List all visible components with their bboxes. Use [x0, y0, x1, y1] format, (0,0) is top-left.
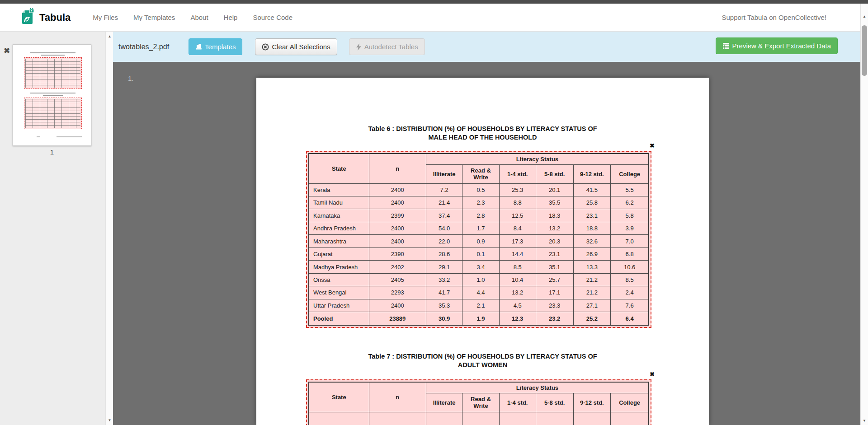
toolbar: twotables_2.pdf Templates Clear All Sele… [113, 32, 860, 62]
pdf-filename: twotables_2.pdf [118, 43, 169, 51]
value-cell: 7.6 [611, 299, 649, 312]
col-header: 9-12 std. [573, 393, 611, 412]
brand-link[interactable]: Tabula [20, 8, 71, 27]
navbar: Tabula My Files My Templates About Help … [0, 4, 868, 32]
value-cell: 12.3 [499, 312, 536, 325]
sidebar-scroll-up-icon[interactable]: ▲ [106, 34, 113, 38]
value-cell: 0.9 [462, 235, 499, 248]
selection-table6[interactable]: ✖ StatenLiteracy StatusIlliterateRead & … [306, 151, 651, 328]
preview-export-button[interactable]: Preview & Export Extracted Data [716, 37, 838, 54]
pdf-page[interactable]: Table 6 : DISTRIBUTION (%) OF HOUSEHOLDS… [256, 78, 709, 425]
table-list-icon [722, 42, 730, 50]
value-cell: 28.6 [426, 248, 462, 260]
pdf-table-7: StatenLiteracy StatusIlliterateRead & Wr… [308, 382, 649, 425]
value-cell: 20.1 [499, 412, 536, 425]
state-cell: Kerala [309, 412, 369, 425]
nav-item-about[interactable]: About [183, 9, 216, 26]
value-cell: 21.2 [573, 273, 611, 286]
value-cell: 6.2 [611, 196, 649, 209]
value-cell: 2.1 [462, 299, 499, 312]
value-cell: 23.1 [573, 209, 611, 222]
support-link[interactable]: Support Tabula on OpenCollective! [722, 14, 826, 21]
value-cell: 8.5 [611, 273, 649, 286]
col-header: 5-8 std. [536, 164, 573, 183]
nav-item-my-templates[interactable]: My Templates [126, 9, 183, 26]
state-cell: Madhya Pradesh [309, 261, 369, 273]
value-cell: 2399 [369, 209, 426, 222]
col-header-literacy-status: Literacy Status [426, 154, 649, 164]
tabula-logo-icon [20, 8, 35, 27]
selection-close-icon[interactable]: ✖ [650, 142, 655, 149]
value-cell: 32.6 [573, 235, 611, 248]
value-cell: 8.8 [499, 196, 536, 209]
table7-title-line2: ADULT WOMEN [256, 361, 709, 369]
page-thumbnail[interactable] [13, 44, 91, 146]
col-header: 9-12 std. [573, 164, 611, 183]
clear-all-selections-label: Clear All Selections [272, 43, 330, 51]
value-cell: 23.2 [536, 312, 573, 325]
sidebar-scroll-down-icon[interactable]: ▼ [106, 418, 113, 422]
value-cell: 2.3 [462, 196, 499, 209]
col-header-n: n [369, 382, 426, 412]
table6-title-line1: Table 6 : DISTRIBUTION (%) OF HOUSEHOLDS… [256, 125, 709, 133]
value-cell: 2.8 [462, 209, 499, 222]
window-top-strip [0, 0, 868, 4]
selection-table7[interactable]: ✖ StatenLiteracy StatusIlliterateRead & … [306, 379, 651, 425]
table-row: West Bengal229341.74.413.217.121.22.4 [309, 286, 649, 299]
window-scrollbar[interactable]: ▲ ▼ [860, 4, 868, 425]
value-cell: 23.1 [536, 248, 573, 260]
brand-title: Tabula [39, 12, 71, 23]
col-header-state: State [309, 382, 369, 412]
viewer-page-label: 1. [128, 75, 134, 82]
value-cell: 35.5 [536, 196, 573, 209]
templates-button[interactable]: Templates [189, 38, 242, 55]
table-row: Kerala24007.20.525.320.141.55.5 [309, 183, 649, 196]
nav-item-source-code[interactable]: Source Code [245, 9, 300, 26]
pdf-table-6: StatenLiteracy StatusIlliterateRead & Wr… [308, 153, 649, 326]
state-cell: Uttar Pradesh [309, 299, 369, 312]
value-cell: 30.9 [426, 312, 462, 325]
col-header: 1-4 std. [499, 164, 536, 183]
thumb-mini-table [25, 59, 80, 88]
value-cell: 10.6 [611, 261, 649, 273]
remove-page-button[interactable]: ✖ [4, 46, 10, 56]
table-row: Orissa240533.21.010.425.721.28.5 [309, 273, 649, 286]
value-cell: 18.3 [536, 209, 573, 222]
col-header: College [611, 393, 649, 412]
value-cell: 8.4 [499, 222, 536, 234]
window-scroll-thumb[interactable] [862, 25, 867, 76]
value-cell: 1.0 [462, 273, 499, 286]
nav-item-my-files[interactable]: My Files [85, 9, 126, 26]
sidebar-scrollbar[interactable]: ▲ ▼ [105, 32, 113, 425]
value-cell: 7.0 [611, 235, 649, 248]
value-cell: 29.1 [426, 261, 462, 273]
value-cell: 5.5 [611, 183, 649, 196]
value-cell: 35.1 [536, 261, 573, 273]
clear-all-selections-button[interactable]: Clear All Selections [255, 38, 337, 55]
table-row: Maharashtra240022.00.917.320.332.67.0 [309, 235, 649, 248]
value-cell: 0.5 [462, 183, 499, 196]
value-cell: 37.4 [426, 209, 462, 222]
value-cell: 20.3 [536, 235, 573, 248]
value-cell: 25.8 [573, 196, 611, 209]
thumb-title-line [41, 55, 65, 56]
value-cell: 2400 [369, 299, 426, 312]
value-cell: 45.6 [573, 412, 611, 425]
autodetect-tables-button[interactable]: Autodetect Tables [349, 38, 425, 55]
value-cell: 2405 [369, 273, 426, 286]
value-cell: 2293 [369, 286, 426, 299]
col-header: Read & Write [462, 393, 499, 412]
window-scroll-down-icon[interactable]: ▼ [861, 419, 868, 423]
thumb-title-line [43, 95, 63, 96]
state-cell: Orissa [309, 273, 369, 286]
col-header-n: n [369, 154, 426, 183]
thumb-mini-table [25, 99, 80, 128]
nav-item-help[interactable]: Help [216, 9, 245, 26]
window-scroll-up-icon[interactable]: ▲ [861, 14, 868, 19]
selection-close-icon[interactable]: ✖ [650, 371, 655, 378]
value-cell: 2400 [369, 235, 426, 248]
table-row: Karnataka239937.42.812.518.323.15.8 [309, 209, 649, 222]
col-header: Illiterate [426, 164, 462, 183]
value-cell: 17.0 [536, 412, 573, 425]
value-cell: 26.9 [573, 248, 611, 260]
